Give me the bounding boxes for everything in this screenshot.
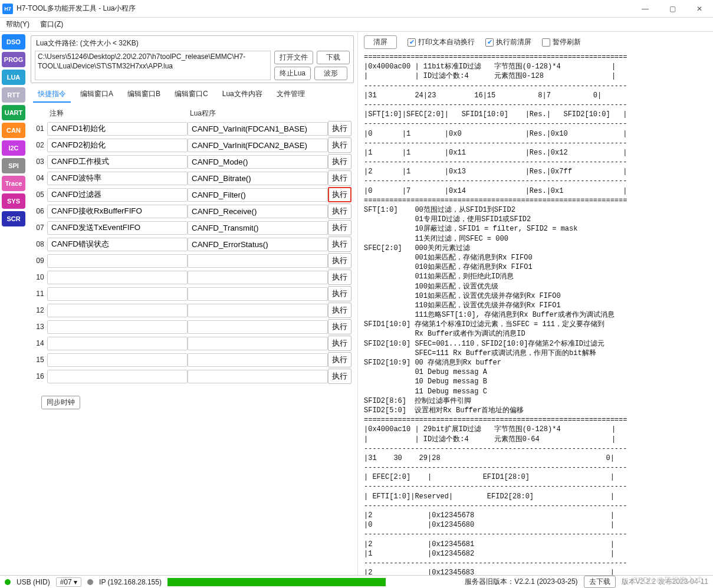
exec-button[interactable]: 执行 — [328, 137, 351, 153]
app-version-text: 版本V2.2.2 发布2023-04-11 — [622, 577, 708, 587]
tool-spi[interactable]: SPI — [2, 158, 25, 173]
exec-button[interactable]: 执行 — [328, 253, 351, 268]
tool-strip: DSOPROGLUARTTUARTCANI2CSPITraceSYSSCR — [0, 32, 27, 575]
prog-input[interactable] — [188, 304, 328, 317]
cmd-row: 01执行 — [33, 121, 351, 136]
download-button[interactable]: 下载 — [317, 51, 350, 64]
note-input[interactable] — [47, 188, 188, 202]
tool-uart[interactable]: UART — [2, 105, 25, 120]
note-input[interactable] — [47, 271, 188, 284]
cmd-row: 09执行 — [33, 253, 351, 268]
prog-input[interactable] — [188, 337, 328, 350]
note-input[interactable] — [47, 221, 188, 235]
exec-button[interactable]: 执行 — [328, 303, 351, 318]
exec-button[interactable]: 执行 — [328, 170, 351, 186]
exec-button[interactable]: 执行 — [328, 319, 351, 334]
prog-input[interactable] — [188, 221, 328, 235]
tool-prog[interactable]: PROG — [2, 52, 25, 67]
file-box: Lua文件路径: (文件大小 < 32KB) C:\Users\51246\De… — [31, 35, 354, 83]
tool-rtt[interactable]: RTT — [2, 87, 25, 103]
exec-button[interactable]: 执行 — [328, 369, 351, 384]
prog-input[interactable] — [188, 139, 328, 152]
prog-input[interactable] — [188, 271, 328, 284]
exec-button[interactable]: 执行 — [328, 236, 351, 252]
tool-sys[interactable]: SYS — [2, 193, 25, 209]
print-wrap-check[interactable]: 打印文本自动换行 — [408, 37, 475, 47]
progress-bar — [167, 578, 386, 586]
menu-help[interactable]: 帮助(Y) — [6, 19, 29, 29]
tool-scr[interactable]: SCR — [2, 211, 25, 226]
note-input[interactable] — [47, 254, 188, 268]
server-version-text: 服务器旧版本：V2.2.1 (2023-03-25) — [465, 577, 577, 587]
tool-i2c[interactable]: I2C — [2, 140, 25, 156]
file-path-display: C:\Users\51246\Desktop\2.20\2.207\h7tool… — [35, 51, 271, 80]
tab-3[interactable]: 编辑窗口C — [170, 87, 213, 103]
prog-input[interactable] — [188, 122, 328, 136]
prog-input[interactable] — [188, 238, 328, 251]
tool-trace[interactable]: Trace — [2, 176, 25, 191]
cmd-row: 10执行 — [33, 270, 351, 285]
prog-input[interactable] — [188, 188, 328, 202]
sync-clock-button[interactable]: 同步时钟 — [41, 396, 80, 409]
window-close-icon[interactable]: ✕ — [686, 0, 713, 18]
note-input[interactable] — [47, 337, 188, 350]
prog-input[interactable] — [188, 254, 328, 268]
exec-button[interactable]: 执行 — [328, 203, 351, 219]
exec-button[interactable]: 执行 — [328, 352, 351, 367]
app-icon: H7 — [2, 4, 13, 14]
tab-5[interactable]: 文件管理 — [272, 87, 310, 103]
usb-status-icon — [5, 579, 11, 585]
command-grid: 注释 Lua程序 01执行02执行03执行04执行05执行06执行07执行08执… — [27, 103, 357, 409]
col-prog-header: Lua程序 — [188, 107, 328, 120]
note-input[interactable] — [47, 238, 188, 251]
prog-input[interactable] — [188, 287, 328, 301]
cmd-row: 03执行 — [33, 154, 351, 169]
exec-button[interactable]: 执行 — [328, 336, 351, 351]
note-input[interactable] — [47, 370, 188, 383]
note-input[interactable] — [47, 155, 188, 169]
terminal-output[interactable]: ========================================… — [364, 52, 707, 575]
prog-input[interactable] — [188, 353, 328, 367]
note-input[interactable] — [47, 320, 188, 334]
menu-bar: 帮助(Y) 窗口(Z) — [0, 18, 713, 32]
note-input[interactable] — [47, 353, 188, 367]
prog-input[interactable] — [188, 205, 328, 218]
note-input[interactable] — [47, 122, 188, 136]
window-max-icon[interactable]: ▢ — [659, 0, 686, 18]
prog-input[interactable] — [188, 172, 328, 185]
tab-2[interactable]: 编辑窗口B — [123, 87, 165, 103]
cmd-row: 12执行 — [33, 303, 351, 318]
wave-button[interactable]: 波形 — [314, 67, 347, 80]
menu-window[interactable]: 窗口(Z) — [40, 19, 63, 29]
prog-input[interactable] — [188, 320, 328, 334]
tool-dso[interactable]: DSO — [2, 34, 25, 50]
stop-lua-button[interactable]: 终止Lua — [274, 67, 311, 80]
exec-button[interactable]: 执行 — [328, 270, 351, 285]
tab-1[interactable]: 编辑窗口A — [75, 87, 118, 103]
open-file-button[interactable]: 打开文件 — [274, 51, 313, 64]
device-id-select[interactable]: #07 ▾ — [56, 577, 81, 587]
tab-4[interactable]: Lua文件内容 — [218, 87, 267, 103]
go-download-button[interactable]: 去下载 — [584, 576, 616, 588]
prog-input[interactable] — [188, 370, 328, 383]
tool-can[interactable]: CAN — [2, 123, 25, 138]
tab-0[interactable]: 快捷指令 — [33, 87, 71, 103]
note-input[interactable] — [47, 139, 188, 152]
note-input[interactable] — [47, 287, 188, 301]
exec-button[interactable]: 执行 — [328, 121, 351, 136]
tool-lua[interactable]: LUA — [2, 70, 25, 85]
note-input[interactable] — [47, 205, 188, 218]
exec-button[interactable]: 执行 — [328, 220, 351, 235]
note-input[interactable] — [47, 304, 188, 317]
note-input[interactable] — [47, 172, 188, 185]
window-min-icon[interactable]: — — [632, 0, 659, 18]
exec-button[interactable]: 执行 — [328, 187, 351, 202]
title-bar: H7 H7-TOOL多功能开发工具 - Lua小程序 — ▢ ✕ — [0, 0, 713, 18]
prog-input[interactable] — [188, 155, 328, 169]
clear-button[interactable]: 清屏 — [364, 35, 397, 49]
exec-button[interactable]: 执行 — [328, 286, 351, 301]
clear-before-exec-check[interactable]: 执行前清屏 — [485, 37, 531, 47]
pause-refresh-check[interactable]: 暂停刷新 — [542, 37, 581, 47]
exec-button[interactable]: 执行 — [328, 154, 351, 169]
row-number: 16 — [33, 369, 47, 384]
